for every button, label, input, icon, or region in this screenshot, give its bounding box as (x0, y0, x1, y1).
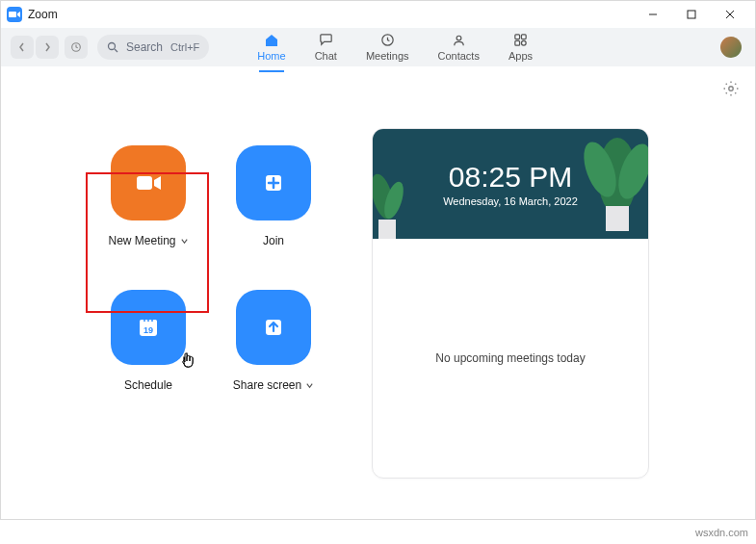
tab-label: Chat (315, 50, 337, 62)
avatar[interactable] (720, 37, 742, 58)
highlight-box (86, 172, 209, 313)
minimize-button[interactable] (634, 1, 672, 28)
svg-line-7 (115, 49, 117, 52)
toolbar: Search Ctrl+F Home Chat Meetings Contact… (1, 28, 755, 66)
nav-forward-button[interactable] (36, 36, 59, 59)
settings-button[interactable] (722, 80, 740, 101)
tab-chat[interactable]: Chat (315, 32, 337, 64)
empty-message: No upcoming meetings today (435, 351, 585, 365)
tile-join[interactable]: Join (211, 136, 336, 280)
watermark: wsxdn.com (695, 527, 748, 538)
clock-header: 08:25 PM Wednesday, 16 March, 2022 (373, 129, 648, 239)
tab-home[interactable]: Home (257, 32, 285, 64)
svg-point-21 (151, 320, 153, 322)
svg-rect-12 (515, 40, 520, 45)
search-icon (107, 41, 118, 53)
search-input[interactable]: Search Ctrl+F (97, 35, 209, 60)
svg-point-6 (109, 43, 116, 50)
card-body: No upcoming meetings today (373, 239, 648, 478)
plant-decoration-icon (373, 168, 421, 239)
maximize-button[interactable] (672, 1, 711, 28)
gear-icon (722, 80, 740, 97)
svg-point-19 (143, 320, 145, 322)
svg-rect-10 (515, 35, 520, 39)
tile-label: Join (263, 234, 284, 247)
main-content: New Meeting Join 19 Schedule (1, 66, 755, 519)
home-icon (263, 32, 280, 49)
tile-label: Schedule (124, 378, 172, 392)
history-button[interactable] (65, 36, 88, 59)
chevron-down-icon (305, 381, 314, 390)
tab-contacts[interactable]: Contacts (438, 32, 480, 64)
plus-icon (236, 145, 311, 220)
contacts-icon (450, 32, 467, 49)
tab-label: Apps (508, 50, 533, 62)
tile-label: Share screen (233, 378, 301, 392)
title-bar: Zoom (1, 1, 755, 28)
nav-tabs: Home Chat Meetings Contacts Apps (257, 32, 533, 64)
zoom-logo-icon (7, 7, 22, 22)
window-title: Zoom (28, 8, 58, 21)
close-button[interactable] (711, 1, 749, 28)
plant-decoration-icon (560, 129, 648, 239)
chat-icon (317, 32, 334, 49)
tab-apps[interactable]: Apps (508, 32, 533, 64)
svg-text:19: 19 (143, 325, 153, 335)
svg-rect-2 (688, 11, 695, 18)
share-icon (236, 290, 311, 365)
svg-point-9 (456, 36, 461, 40)
tab-label: Contacts (438, 50, 480, 62)
tab-label: Home (257, 50, 285, 62)
svg-rect-30 (378, 220, 396, 239)
clock-date: Wednesday, 16 March, 2022 (443, 195, 578, 207)
apps-icon (511, 32, 529, 49)
svg-rect-11 (521, 35, 526, 39)
nav-back-button[interactable] (11, 36, 34, 59)
right-panel: 08:25 PM Wednesday, 16 March, 2022 No up… (372, 128, 670, 519)
svg-rect-0 (9, 12, 16, 17)
cursor-icon (180, 351, 197, 371)
svg-point-13 (521, 40, 526, 45)
tab-label: Meetings (366, 50, 409, 62)
app-window: Zoom Search Ctrl+F Home Chat (0, 0, 756, 520)
tab-meetings[interactable]: Meetings (366, 32, 409, 64)
meetings-card: 08:25 PM Wednesday, 16 March, 2022 No up… (372, 128, 649, 479)
svg-point-20 (147, 320, 149, 322)
svg-point-14 (729, 87, 733, 91)
search-label: Search (126, 40, 163, 54)
tile-share-screen[interactable]: Share screen (211, 280, 336, 425)
clock-time: 08:25 PM (449, 161, 572, 194)
svg-rect-27 (606, 206, 629, 231)
clock-icon (378, 32, 396, 49)
search-shortcut: Ctrl+F (170, 41, 199, 53)
